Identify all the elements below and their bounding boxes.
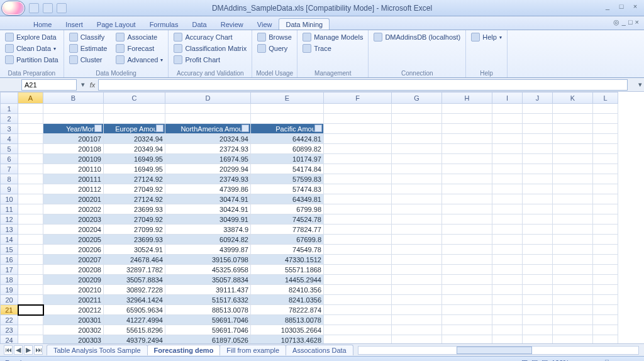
column-header-G[interactable]: G: [392, 92, 442, 104]
cell-C15[interactable]: 30524.91: [104, 245, 165, 255]
column-header-C[interactable]: C: [104, 92, 165, 104]
cell-G8[interactable]: [392, 174, 442, 184]
filter-dropdown-icon[interactable]: [242, 125, 249, 132]
cell-A16[interactable]: [18, 255, 43, 265]
cell-B13[interactable]: 200204: [43, 225, 104, 235]
sheet-nav-last-icon[interactable]: ⏭: [34, 345, 43, 355]
ribbon-close-icon[interactable]: ×: [635, 18, 639, 26]
cell-A5[interactable]: [18, 144, 43, 154]
cell-L13[interactable]: [593, 225, 618, 235]
cell-L22[interactable]: [593, 315, 618, 325]
row-header[interactable]: 8: [1, 174, 18, 184]
cell-A24[interactable]: [18, 335, 43, 344]
cell-E1[interactable]: [251, 104, 324, 114]
cell-E11[interactable]: 6799.98: [251, 204, 324, 214]
cell-F17[interactable]: [324, 265, 392, 275]
column-header-I[interactable]: I: [492, 92, 523, 104]
cell-J1[interactable]: [523, 104, 553, 114]
cell-K17[interactable]: [553, 265, 593, 275]
cell-E14[interactable]: 67699.8: [251, 235, 324, 245]
ribbon-trace[interactable]: Trace: [301, 43, 364, 53]
cell-I14[interactable]: [492, 235, 523, 245]
cell-A22[interactable]: [18, 315, 43, 325]
close-button[interactable]: ×: [630, 3, 640, 10]
cell-D7[interactable]: 20299.94: [165, 164, 251, 174]
row-header[interactable]: 16: [1, 255, 18, 265]
cell-D18[interactable]: 35057.8834: [165, 275, 251, 285]
cell-I21[interactable]: [492, 305, 523, 315]
ribbon-forecast[interactable]: Forecast: [114, 43, 164, 53]
minimize-button[interactable]: _: [602, 3, 613, 10]
cell-J4[interactable]: [523, 134, 553, 144]
cell-F8[interactable]: [324, 174, 392, 184]
cell-D1[interactable]: [165, 104, 251, 114]
cell-L19[interactable]: [593, 285, 618, 295]
cell-J14[interactable]: [523, 235, 553, 245]
cell-H17[interactable]: [442, 265, 492, 275]
cell-F20[interactable]: [324, 295, 392, 305]
cell-G20[interactable]: [392, 295, 442, 305]
cell-B5[interactable]: 200108: [43, 144, 104, 154]
ribbon-associate[interactable]: Associate: [114, 32, 164, 42]
cell-B16[interactable]: 200207: [43, 255, 104, 265]
cell-K12[interactable]: [553, 214, 593, 225]
cell-H16[interactable]: [442, 255, 492, 265]
column-header-D[interactable]: D: [165, 92, 251, 104]
cell-B6[interactable]: 200109: [43, 154, 104, 164]
cell-I6[interactable]: [492, 154, 523, 164]
cell-I15[interactable]: [492, 245, 523, 255]
filter-dropdown-icon[interactable]: [156, 125, 164, 132]
filter-dropdown-icon[interactable]: [314, 125, 322, 132]
cell-H18[interactable]: [442, 275, 492, 285]
cell-D12[interactable]: 30499.91: [165, 214, 251, 225]
cell-B22[interactable]: 200301: [43, 315, 104, 325]
cell-G21[interactable]: [392, 305, 442, 315]
cell-E19[interactable]: 82410.356: [251, 285, 324, 295]
cell-H1[interactable]: [442, 104, 492, 114]
row-header[interactable]: 6: [1, 154, 18, 164]
row-header[interactable]: 17: [1, 265, 18, 275]
qat-save-icon[interactable]: [29, 3, 39, 13]
cell-D24[interactable]: 61897.0526: [165, 335, 251, 344]
ribbon-profit-chart[interactable]: Profit Chart: [172, 55, 248, 65]
cell-H10[interactable]: [442, 194, 492, 204]
cell-D20[interactable]: 51517.6332: [165, 295, 251, 305]
cell-A12[interactable]: [18, 214, 43, 225]
cell-K6[interactable]: [553, 154, 593, 164]
cell-E10[interactable]: 64349.81: [251, 194, 324, 204]
cell-L1[interactable]: [593, 104, 618, 114]
cell-I18[interactable]: [492, 275, 523, 285]
ribbon-help[interactable]: Help: [470, 32, 503, 42]
cell-A7[interactable]: [18, 164, 43, 174]
cell-A19[interactable]: [18, 285, 43, 295]
menu-tab-review[interactable]: Review: [214, 18, 250, 30]
cell-C17[interactable]: 32897.1782: [104, 265, 165, 275]
cell-E18[interactable]: 14455.2944: [251, 275, 324, 285]
menu-tab-data[interactable]: Data: [185, 18, 213, 30]
cell-G14[interactable]: [392, 235, 442, 245]
cell-H12[interactable]: [442, 214, 492, 225]
row-header[interactable]: 14: [1, 235, 18, 245]
cell-G19[interactable]: [392, 285, 442, 295]
zoom-in-button[interactable]: +: [635, 359, 639, 362]
cell-I5[interactable]: [492, 144, 523, 154]
ribbon-classify[interactable]: Classify: [68, 32, 109, 42]
cell-J21[interactable]: [523, 305, 553, 315]
cell-H19[interactable]: [442, 285, 492, 295]
cell-A13[interactable]: [18, 225, 43, 235]
cell-I19[interactable]: [492, 285, 523, 295]
menu-tab-formulas[interactable]: Formulas: [143, 18, 186, 30]
cell-B18[interactable]: 200209: [43, 275, 104, 285]
cell-I10[interactable]: [492, 194, 523, 204]
cell-C10[interactable]: 27124.92: [104, 194, 165, 204]
cell-B12[interactable]: 200203: [43, 214, 104, 225]
cell-G7[interactable]: [392, 164, 442, 174]
cell-L5[interactable]: [593, 144, 618, 154]
cell-D6[interactable]: 16974.95: [165, 154, 251, 164]
cell-K16[interactable]: [553, 255, 593, 265]
cell-G2[interactable]: [392, 114, 442, 124]
ribbon-explore-data[interactable]: Explore Data: [4, 32, 60, 42]
row-header[interactable]: 24: [1, 335, 18, 344]
cell-A4[interactable]: [18, 134, 43, 144]
cell-F5[interactable]: [324, 144, 392, 154]
